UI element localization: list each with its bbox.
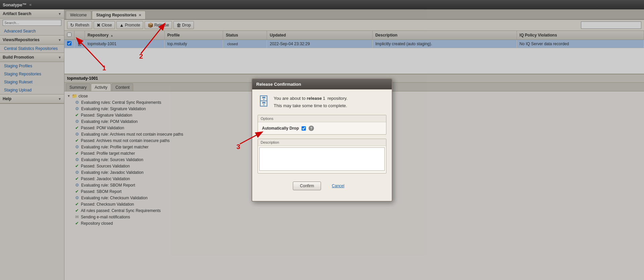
auto-drop-row: Automatically Drop ?: [262, 126, 382, 131]
modal-options-title: Options: [258, 115, 386, 122]
modal-message-sub: This may take some time to complete.: [274, 103, 347, 108]
modal-title: Release Confirmation: [256, 82, 301, 87]
modal-db-icon: 🗄: [258, 95, 270, 109]
help-icon[interactable]: ?: [309, 126, 314, 131]
modal-description-body: [258, 146, 386, 173]
modal-cancel-button[interactable]: Cancel: [325, 182, 351, 190]
modal-info-section: 🗄 You are about to release1 repository. …: [258, 95, 386, 110]
modal-description-textarea[interactable]: [259, 147, 385, 171]
modal-confirm-button[interactable]: Confirm: [293, 182, 321, 190]
modal-message-count: 1: [322, 96, 326, 101]
modal-body: 🗄 You are about to release1 repository. …: [252, 89, 392, 201]
modal-message-action: release: [307, 96, 322, 101]
auto-drop-checkbox[interactable]: [302, 126, 306, 131]
modal-description-section: Description: [258, 139, 386, 173]
modal-message-pre: You are about to: [274, 96, 307, 101]
modal-header: Release Confirmation: [252, 79, 392, 89]
modal-overlay: Release Confirmation 🗄 You are about to …: [0, 0, 644, 280]
modal-message-post: repository.: [326, 96, 347, 101]
release-confirmation-modal: Release Confirmation 🗄 You are about to …: [252, 78, 392, 202]
modal-options-body: Automatically Drop ?: [258, 122, 386, 134]
modal-description-title: Description: [258, 139, 386, 146]
modal-info-text: You are about to release1 repository. Th…: [274, 95, 347, 110]
modal-footer: Confirm Cancel: [258, 179, 386, 196]
auto-drop-label: Automatically Drop: [262, 126, 299, 131]
modal-options-section: Options Automatically Drop ?: [258, 115, 386, 135]
